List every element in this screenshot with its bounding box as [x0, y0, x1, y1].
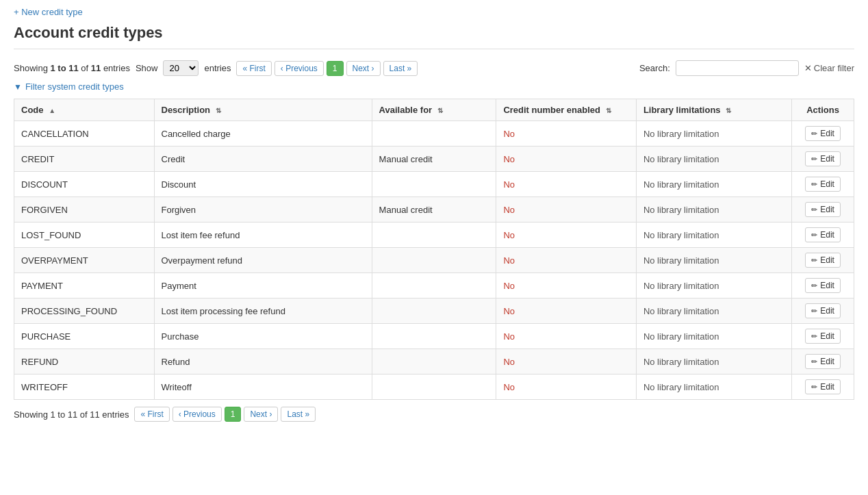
x-icon: ✕ — [804, 63, 812, 73]
cell-code: OVERPAYMENT — [14, 248, 155, 273]
table-row: PURCHASEPurchaseNoNo library limitation✏… — [14, 324, 854, 349]
pencil-icon: ✏ — [811, 256, 817, 265]
showing-of: of — [81, 63, 88, 73]
pencil-icon: ✏ — [811, 231, 817, 240]
cell-code: LOST_FOUND — [14, 223, 155, 248]
pencil-icon: ✏ — [811, 155, 817, 164]
search-label: Search: — [639, 63, 670, 73]
show-label: Show — [136, 63, 158, 73]
cell-description: Forgiven — [154, 197, 372, 223]
cell-library-limitation: No library limitation — [636, 197, 791, 223]
first-button-bottom[interactable]: « First — [134, 407, 169, 422]
edit-button[interactable]: ✏ Edit — [805, 227, 841, 242]
header-available-for[interactable]: Available for ⇅ — [372, 99, 496, 121]
edit-button[interactable]: ✏ Edit — [805, 278, 841, 293]
pagination-bottom: « First ‹ Previous 1 Next › Last » — [134, 407, 316, 422]
new-credit-link[interactable]: + New credit type — [14, 7, 83, 17]
pencil-icon: ✏ — [811, 281, 817, 290]
table-row: DISCOUNTDiscountNoNo library limitation✏… — [14, 172, 854, 197]
cell-description: Purchase — [154, 324, 372, 349]
cell-library-limitation: No library limitation — [636, 223, 791, 248]
header-library-limitations[interactable]: Library limitations ⇅ — [636, 99, 791, 121]
cell-actions: ✏ Edit — [792, 248, 854, 273]
sort-icon-code: ▲ — [49, 107, 55, 114]
sort-icon-library: ⇅ — [726, 107, 731, 114]
first-button-top[interactable]: « First — [236, 61, 271, 76]
prev-button-bottom[interactable]: ‹ Previous — [173, 407, 222, 422]
entries-label: entries — [204, 63, 231, 73]
table-row: FORGIVENForgivenManual creditNoNo librar… — [14, 197, 854, 223]
cell-actions: ✏ Edit — [792, 324, 854, 349]
page-num-bottom[interactable]: 1 — [225, 407, 242, 422]
header-code[interactable]: Code ▲ — [14, 99, 155, 121]
showing-prefix: Showing — [14, 63, 48, 73]
cell-available-for — [372, 299, 496, 324]
cell-actions: ✏ Edit — [792, 223, 854, 248]
table-row: WRITEOFFWriteoffNoNo library limitation✏… — [14, 375, 854, 400]
cell-code: CREDIT — [14, 147, 155, 172]
edit-button[interactable]: ✏ Edit — [805, 151, 841, 166]
header-actions: Actions — [792, 99, 854, 121]
table-row: PROCESSING_FOUNDLost item processing fee… — [14, 299, 854, 324]
edit-button[interactable]: ✏ Edit — [805, 253, 841, 268]
table-row: CREDITCreditManual creditNoNo library li… — [14, 147, 854, 172]
clear-filter-button[interactable]: ✕ Clear filter — [804, 63, 854, 73]
edit-button[interactable]: ✏ Edit — [805, 379, 841, 394]
cell-description: Refund — [154, 349, 372, 375]
bottom-controls: Showing 1 to 11 of 11 entries « First ‹ … — [14, 407, 854, 422]
edit-button[interactable]: ✏ Edit — [805, 303, 841, 318]
cell-available-for — [372, 273, 496, 299]
showing-suffix: entries — [103, 63, 130, 73]
last-button-top[interactable]: Last » — [383, 61, 418, 76]
edit-button[interactable]: ✏ Edit — [805, 329, 841, 344]
cell-library-limitation: No library limitation — [636, 121, 791, 147]
table-header: Code ▲ Description ⇅ Available for ⇅ Cre… — [14, 99, 854, 121]
cell-code: REFUND — [14, 349, 155, 375]
prev-button-top[interactable]: ‹ Previous — [275, 61, 324, 76]
cell-actions: ✏ Edit — [792, 299, 854, 324]
cell-credit-enabled: No — [496, 375, 637, 400]
cell-actions: ✏ Edit — [792, 375, 854, 400]
sort-icon-description: ⇅ — [216, 107, 221, 114]
edit-button[interactable]: ✏ Edit — [805, 126, 841, 141]
cell-description: Lost item processing fee refund — [154, 299, 372, 324]
cell-credit-enabled: No — [496, 299, 637, 324]
cell-credit-enabled: No — [496, 223, 637, 248]
cell-available-for — [372, 248, 496, 273]
show-select[interactable]: 10 20 50 100 — [163, 60, 199, 76]
next-button-bottom[interactable]: Next › — [244, 407, 278, 422]
clear-filter-label: Clear filter — [814, 63, 854, 73]
pencil-icon: ✏ — [811, 180, 817, 189]
showing-total: 11 — [91, 63, 101, 73]
cell-description: Cancelled charge — [154, 121, 372, 147]
cell-library-limitation: No library limitation — [636, 248, 791, 273]
pencil-icon: ✏ — [811, 332, 817, 341]
table-body: CANCELLATIONCancelled chargeNoNo library… — [14, 121, 854, 400]
cell-credit-enabled: No — [496, 273, 637, 299]
cell-library-limitation: No library limitation — [636, 375, 791, 400]
page-title: Account credit types — [14, 24, 854, 49]
pencil-icon: ✏ — [811, 357, 817, 366]
cell-description: Credit — [154, 147, 372, 172]
cell-actions: ✏ Edit — [792, 147, 854, 172]
page-wrapper: + New credit type Account credit types S… — [0, 0, 868, 495]
pencil-icon: ✏ — [811, 205, 817, 214]
cell-available-for — [372, 375, 496, 400]
cell-description: Overpayment refund — [154, 248, 372, 273]
next-button-top[interactable]: Next › — [346, 61, 381, 76]
cell-library-limitation: No library limitation — [636, 349, 791, 375]
edit-button[interactable]: ✏ Edit — [805, 354, 841, 369]
edit-button[interactable]: ✏ Edit — [805, 202, 841, 217]
last-button-bottom[interactable]: Last » — [281, 407, 316, 422]
table-row: LOST_FOUNDLost item fee refundNoNo libra… — [14, 223, 854, 248]
filter-system-button[interactable]: ▼ Filter system credit types — [14, 81, 124, 92]
cell-credit-enabled: No — [496, 172, 637, 197]
showing-text: Showing 1 to 11 of 11 entries — [14, 63, 130, 73]
header-credit-enabled[interactable]: Credit number enabled ⇅ — [496, 99, 637, 121]
page-num-top[interactable]: 1 — [327, 61, 344, 76]
search-input[interactable] — [676, 60, 799, 76]
cell-library-limitation: No library limitation — [636, 324, 791, 349]
edit-button[interactable]: ✏ Edit — [805, 177, 841, 192]
pencil-icon: ✏ — [811, 307, 817, 316]
header-description[interactable]: Description ⇅ — [154, 99, 372, 121]
